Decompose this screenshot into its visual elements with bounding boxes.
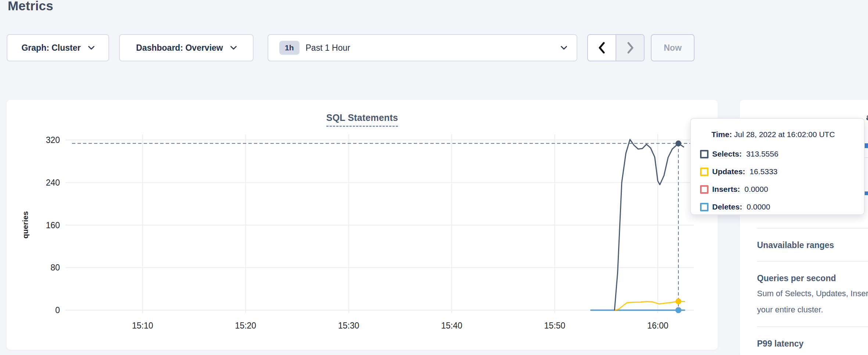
x-tick-label: 15:50 [544, 321, 566, 330]
x-tick-label: 15:30 [338, 321, 359, 330]
y-tick-label: 80 [50, 263, 60, 272]
hover-dot-updates [675, 298, 681, 304]
hover-dot-deletes [675, 307, 681, 313]
series-swatch-icon [700, 203, 709, 211]
tooltip-row: Selects:313.5556 [700, 145, 864, 163]
tooltip-series-label: Selects: [712, 150, 742, 158]
tooltip-time-row: Time: Jul 28, 2022 at 16:02:00 UTC [711, 128, 864, 141]
y-tick-label: 160 [46, 220, 60, 230]
chart-title[interactable]: SQL Statements [326, 112, 398, 127]
tooltip-series-value: 0.0000 [745, 185, 768, 194]
tooltip-series-value: 0.0000 [747, 202, 770, 211]
tooltip-row: Deletes:0.0000 [700, 198, 864, 216]
y-tick-label: 240 [46, 178, 60, 187]
series-line-updates [614, 301, 685, 310]
chart-title-wrap: SQL Statements [7, 112, 718, 127]
y-tick-label: 0 [55, 305, 60, 315]
tooltip-series-label: Deletes: [712, 202, 742, 211]
x-tick-label: 16:00 [647, 321, 668, 330]
tooltip-series-label: Inserts: [712, 185, 740, 194]
y-tick-label: 320 [46, 135, 60, 145]
tooltip-row: Inserts:0.0000 [700, 180, 864, 198]
series-swatch-icon [700, 185, 709, 194]
tooltip-rows: Selects:313.5556Updates:16.5333Inserts:0… [700, 145, 864, 216]
tooltip-row: Updates:16.5333 [700, 163, 864, 180]
series-swatch-icon [700, 150, 709, 158]
x-tick-label: 15:40 [441, 321, 462, 330]
y-axis-label: queries [21, 211, 29, 239]
chart-tooltip: Time: Jul 28, 2022 at 16:02:00 UTC Selec… [690, 118, 865, 215]
tooltip-series-value: 313.5556 [746, 150, 779, 158]
tooltip-series-value: 16.5333 [750, 167, 778, 176]
x-tick-label: 15:20 [235, 321, 257, 330]
tooltip-time-value: Jul 28, 2022 at 16:02:00 UTC [734, 130, 835, 139]
x-tick-label: 15:10 [132, 321, 153, 330]
series-swatch-icon [700, 168, 709, 176]
hover-dot-selects [675, 140, 681, 146]
tooltip-series-label: Updates: [712, 167, 745, 176]
tooltip-time-label: Time: [711, 130, 732, 139]
